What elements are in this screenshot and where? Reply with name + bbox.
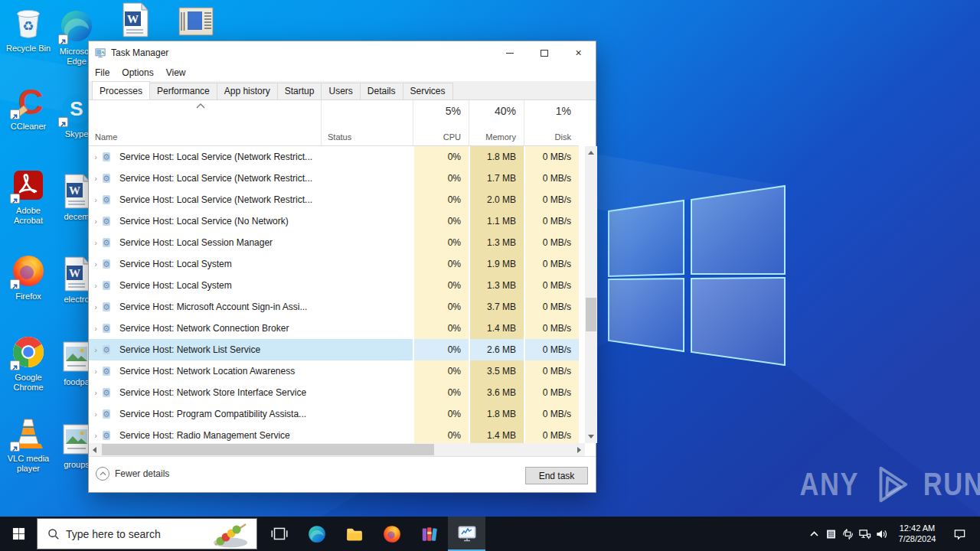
process-row[interactable]: ›⚙Service Host: Network Location Awarene… xyxy=(89,360,579,382)
taskbar-clock[interactable]: 12:42 AM 7/28/2024 xyxy=(893,523,941,545)
minimize-button[interactable] xyxy=(492,41,527,64)
process-row[interactable]: ›⚙Service Host: Network Connection Broke… xyxy=(89,318,579,339)
process-row[interactable]: ›⚙Service Host: Local System0%1.3 MB0 MB… xyxy=(89,275,579,296)
expand-chevron-icon[interactable]: › xyxy=(89,259,103,269)
process-row[interactable]: ›⚙Service Host: Program Compatibility As… xyxy=(89,403,579,425)
search-input[interactable] xyxy=(66,528,206,540)
search-box[interactable] xyxy=(37,518,257,549)
hidden-icons-chevron-icon xyxy=(808,528,821,540)
taskbar-button-task-view[interactable] xyxy=(260,517,298,551)
expand-chevron-icon[interactable]: › xyxy=(89,217,103,226)
desktop-icon-label: decem xyxy=(64,212,89,222)
process-name: Service Host: Network Location Awareness xyxy=(118,366,321,377)
vertical-scrollbar[interactable] xyxy=(585,146,597,443)
desktop-icon-firefox-3[interactable]: Firefox xyxy=(2,253,55,302)
desktop-icon-label: Google Chrome xyxy=(2,373,55,393)
desktop-icon-ccleaner-1[interactable]: CCCleaner xyxy=(2,83,55,132)
expand-chevron-icon[interactable]: › xyxy=(89,152,103,161)
tray-display-sync[interactable] xyxy=(839,517,856,551)
desktop-icon-label: Firefox xyxy=(15,292,41,302)
column-header-status[interactable]: Status xyxy=(321,100,413,145)
column-header-name[interactable]: Name xyxy=(89,100,321,145)
process-cpu: 0% xyxy=(413,275,469,296)
menu-options[interactable]: Options xyxy=(122,67,153,78)
tray-network[interactable] xyxy=(856,517,873,551)
shortcut-arrow-icon xyxy=(10,360,20,370)
expand-chevron-icon[interactable]: › xyxy=(89,324,103,333)
vertical-scrollbar-thumb[interactable] xyxy=(586,298,596,331)
expand-chevron-icon[interactable]: › xyxy=(89,388,103,397)
process-row[interactable]: ›⚙Service Host: Local Service (Network R… xyxy=(89,189,579,210)
expand-chevron-icon[interactable]: › xyxy=(89,195,103,204)
desktop-icon-app-window-top-1[interactable] xyxy=(178,6,214,37)
tray-hidden-icons-chevron[interactable] xyxy=(805,517,822,551)
action-center-button[interactable] xyxy=(945,517,974,551)
task-manager-icon xyxy=(95,47,106,59)
desktop-icon-word-doc-top-0[interactable]: W xyxy=(116,2,153,41)
title-bar[interactable]: Task Manager × xyxy=(89,41,596,64)
taskbar-button-firefox[interactable] xyxy=(373,517,410,551)
expand-chevron-icon[interactable]: › xyxy=(89,345,103,354)
scroll-down-arrow[interactable] xyxy=(585,430,597,443)
process-memory: 1.8 MB xyxy=(469,403,524,425)
process-cpu: 0% xyxy=(413,210,469,232)
process-row[interactable]: ›⚙Service Host: Local Service (Network R… xyxy=(89,146,579,168)
expand-chevron-icon[interactable]: › xyxy=(89,174,103,183)
process-row[interactable]: ›⚙Service Host: Local Service (Network R… xyxy=(89,168,579,189)
expand-chevron-icon[interactable]: › xyxy=(89,409,103,419)
menu-file[interactable]: File xyxy=(95,67,109,78)
svg-text:W: W xyxy=(69,184,80,197)
desktop-icon-chrome-4[interactable]: Google Chrome xyxy=(2,334,55,393)
column-header-disk[interactable]: 1% Disk xyxy=(524,100,579,145)
expand-chevron-icon[interactable]: › xyxy=(89,302,103,311)
expand-chevron-icon[interactable]: › xyxy=(89,238,103,247)
expand-chevron-icon[interactable]: › xyxy=(89,431,103,440)
tab-app-history[interactable]: App history xyxy=(217,83,278,99)
horizontal-scrollbar[interactable] xyxy=(89,443,585,456)
desktop-icon-vlc-5[interactable]: VLC media player xyxy=(2,415,55,474)
taskbar-button-winrar[interactable] xyxy=(410,517,448,551)
tab-strip: ProcessesPerformanceApp historyStartupUs… xyxy=(89,81,596,100)
process-cpu: 0% xyxy=(413,339,469,360)
tray-volume[interactable] xyxy=(873,517,890,551)
scroll-up-arrow[interactable] xyxy=(585,146,597,159)
start-button[interactable] xyxy=(0,517,37,551)
process-row[interactable]: ›⚙Service Host: Local Session Manager0%1… xyxy=(89,232,579,253)
process-row[interactable]: ›⚙Service Host: Local System0%1.9 MB0 MB… xyxy=(89,253,579,275)
maximize-button[interactable] xyxy=(527,41,561,64)
taskbar-button-file-explorer[interactable] xyxy=(335,517,373,551)
column-header-memory[interactable]: 40% Memory xyxy=(469,100,524,145)
tab-services[interactable]: Services xyxy=(403,83,453,99)
expand-chevron-icon[interactable]: › xyxy=(89,281,103,290)
tab-performance[interactable]: Performance xyxy=(149,83,217,99)
tab-users[interactable]: Users xyxy=(321,83,360,99)
tab-details[interactable]: Details xyxy=(360,83,403,99)
horizontal-scrollbar-thumb[interactable] xyxy=(102,444,434,455)
tray-touch-grid[interactable] xyxy=(822,517,839,551)
taskbar-button-edge[interactable] xyxy=(298,517,335,551)
expand-chevron-icon[interactable]: › xyxy=(89,367,103,376)
scroll-right-arrow[interactable] xyxy=(573,443,585,456)
close-button[interactable]: × xyxy=(561,41,596,64)
desktop-icon-acrobat-2[interactable]: Adobe Acrobat xyxy=(2,167,55,226)
scroll-left-arrow[interactable] xyxy=(89,443,100,456)
clock-time: 12:42 AM xyxy=(893,523,941,534)
process-row[interactable]: ›⚙Service Host: Network Store Interface … xyxy=(89,382,579,403)
fewer-details-toggle[interactable]: Fewer details xyxy=(96,467,169,481)
end-task-button[interactable]: End task xyxy=(525,467,588,484)
taskbar-button-task-manager[interactable] xyxy=(448,517,485,551)
process-row[interactable]: ›⚙Service Host: Radio Management Service… xyxy=(89,425,579,443)
process-row[interactable]: ›⚙Service Host: Local Service (No Networ… xyxy=(89,210,579,232)
search-highlight-kebab-icon[interactable] xyxy=(206,519,255,549)
service-gear-icon: ⚙ xyxy=(103,345,110,354)
watermark-text-run: RUN xyxy=(923,466,980,503)
tab-startup[interactable]: Startup xyxy=(277,83,322,99)
menu-view[interactable]: View xyxy=(166,67,186,78)
chrome-icon xyxy=(10,334,47,370)
desktop-icon-recycle-bin-0[interactable]: ♻Recycle Bin xyxy=(2,5,55,54)
process-row[interactable]: ›⚙Service Host: Microsoft Account Sign-i… xyxy=(89,296,579,318)
anyrun-watermark: ANY RUN xyxy=(793,462,980,507)
process-row-selected[interactable]: ›⚙Service Host: Network List Service0%2.… xyxy=(89,339,579,360)
tab-processes[interactable]: Processes xyxy=(92,81,150,99)
column-header-cpu[interactable]: 5% CPU xyxy=(413,100,469,145)
